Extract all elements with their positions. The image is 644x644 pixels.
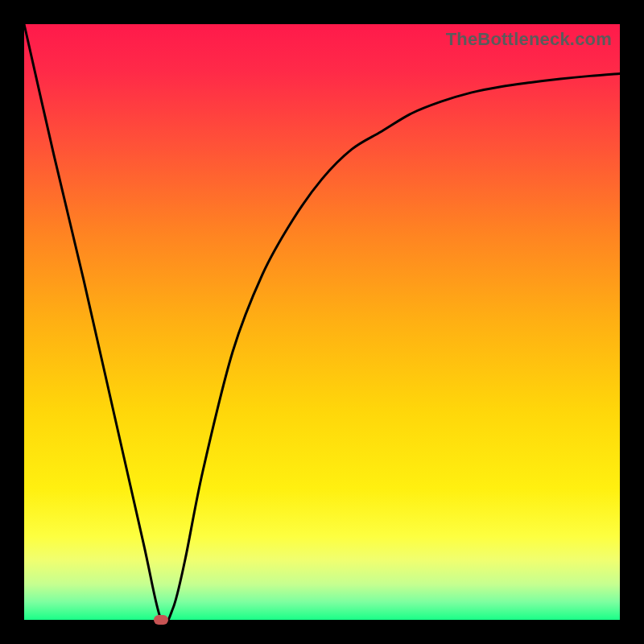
chart-frame: TheBottleneck.com: [0, 0, 644, 644]
minimum-marker: [154, 615, 168, 625]
bottleneck-curve: [24, 24, 620, 620]
plot-area: TheBottleneck.com: [24, 24, 620, 620]
